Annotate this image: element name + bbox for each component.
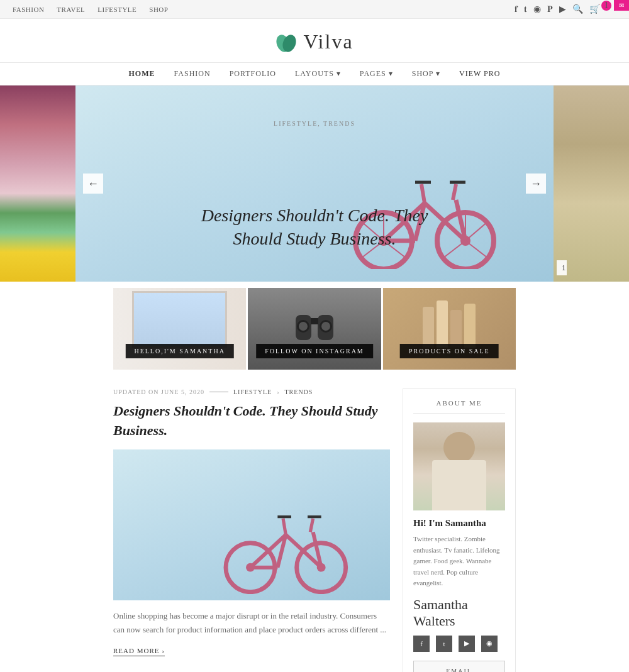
banner-products[interactable]: PRODUCTS ON SALE	[383, 288, 516, 370]
article-excerpt: Online shopping has become a major disru…	[113, 609, 390, 637]
hero-next-arrow[interactable]: →	[526, 174, 546, 194]
svg-line-12	[453, 184, 456, 200]
main-nav: HOME FASHION PORTFOLIO LAYOUTS ▾ PAGES ▾…	[0, 62, 629, 85]
about-social-icons: f t ▶ ◉	[413, 636, 505, 652]
about-box: ABOUT ME Hi! I'm Samantha Twitter specia…	[403, 388, 516, 672]
hero-left-thumbnail	[0, 85, 75, 282]
svg-line-22	[465, 222, 487, 241]
article-category-trends[interactable]: TRENDS	[285, 388, 313, 395]
banner-products-label: PRODUCTS ON SALE	[400, 344, 499, 358]
article-featured-image	[113, 449, 390, 600]
banner-instagram[interactable]: FOLLOW ON INSTAGRAM	[248, 288, 381, 370]
search-icon[interactable]: 🔍	[572, 4, 583, 14]
top-bar: FASHION TRAVEL LIFESTYLE SHOP 𝐟 𝐭 ◉ 𝐏 ▶ …	[0, 0, 629, 19]
topnav-fashion[interactable]: FASHION	[13, 6, 44, 13]
topnav-shop[interactable]: SHOP	[149, 6, 168, 13]
banners-section: HELLO,I'M SAMANTHA FOLLOW ON INSTAGRAM	[0, 288, 629, 370]
article-meta: UPDATED ON JUNE 5, 2020 LIFESTYLE › TREN…	[113, 388, 390, 395]
top-icons: 𝐟 𝐭 ◉ 𝐏 ▶ 🔍 🛒1	[515, 4, 616, 14]
cart-icon[interactable]: 🛒	[589, 4, 600, 14]
svg-line-23	[443, 241, 465, 258]
facebook-icon[interactable]: 𝐟	[515, 4, 518, 14]
about-title: ABOUT ME	[413, 399, 505, 414]
hero-right-thumbnail: 1	[554, 85, 629, 282]
social-twitter[interactable]: t	[436, 636, 452, 652]
about-photo	[413, 422, 505, 510]
pinterest-icon[interactable]: 𝐏	[547, 4, 553, 14]
topnav-lifestyle[interactable]: LIFESTYLE	[97, 6, 136, 13]
hero-prev-arrow[interactable]: ←	[83, 174, 103, 194]
email-corner-badge: ✉	[614, 0, 629, 11]
nav-home[interactable]: HOME	[129, 69, 155, 79]
article-date: UPDATED ON JUNE 5, 2020	[113, 388, 204, 395]
nav-shop[interactable]: SHOP ▾	[412, 69, 440, 79]
banner-hello-label: HELLO,I'M SAMANTHA	[125, 344, 233, 358]
svg-line-24	[465, 241, 487, 258]
hero-slider: LIFESTYLE, TRENDS Designers Shouldn't Co…	[0, 85, 629, 282]
banner-instagram-label: FOLLOW ON INSTAGRAM	[256, 344, 373, 358]
newsletter-button[interactable]: EMAIL NEWSLETTER	[413, 661, 505, 672]
cart-count: 1	[601, 1, 611, 11]
slide-number: 1	[557, 260, 567, 275]
sidebar: ABOUT ME Hi! I'm Samantha Twitter specia…	[403, 388, 516, 672]
nav-pages[interactable]: PAGES ▾	[360, 69, 393, 79]
social-instagram[interactable]: ◉	[481, 636, 498, 652]
article-title: Designers Shouldn't Code. They Should St…	[113, 402, 390, 441]
nav-layouts[interactable]: LAYOUTS ▾	[295, 69, 341, 79]
hero-main-image: LIFESTYLE, TRENDS Designers Shouldn't Co…	[75, 85, 554, 282]
top-nav: FASHION TRAVEL LIFESTYLE SHOP	[13, 6, 168, 13]
read-more-link[interactable]: READ MORE ›	[113, 647, 165, 656]
nav-fashion[interactable]: FASHION	[174, 69, 211, 79]
social-facebook[interactable]: f	[413, 636, 430, 652]
content-area: UPDATED ON JUNE 5, 2020 LIFESTYLE › TREN…	[0, 376, 629, 672]
svg-line-33	[283, 518, 286, 534]
about-bio: Twitter specialist. Zombie enthusiast. T…	[413, 534, 505, 589]
about-signature: Samantha Walters	[413, 597, 505, 629]
instagram-icon[interactable]: ◉	[533, 4, 541, 14]
article-bike-illustration	[201, 481, 365, 594]
logo-text: Vilva	[303, 30, 353, 53]
svg-line-35	[310, 518, 313, 532]
meta-divider	[209, 392, 228, 392]
nav-view-pro[interactable]: VIEW PRO	[459, 69, 500, 79]
main-content: UPDATED ON JUNE 5, 2020 LIFESTYLE › TREN…	[113, 388, 390, 672]
article-category-lifestyle[interactable]: LIFESTYLE	[233, 388, 272, 395]
hero-categories: LIFESTYLE, TRENDS	[274, 120, 355, 127]
about-name: Hi! I'm Samantha	[413, 518, 505, 529]
logo-leaf-icon	[276, 31, 298, 53]
svg-line-10	[421, 184, 425, 203]
banner-hello[interactable]: HELLO,I'M SAMANTHA	[113, 288, 246, 370]
topnav-travel[interactable]: TRAVEL	[57, 6, 85, 13]
hero-title: Designers Shouldn't Code. They Should St…	[182, 204, 447, 250]
twitter-icon[interactable]: 𝐭	[524, 4, 527, 14]
youtube-icon[interactable]: ▶	[559, 4, 566, 14]
nav-portfolio[interactable]: PORTFOLIO	[230, 69, 276, 79]
social-youtube[interactable]: ▶	[459, 636, 475, 652]
logo-area: Vilva	[0, 19, 629, 62]
meta-separator: ›	[277, 388, 279, 395]
site-logo[interactable]: Vilva	[0, 30, 629, 53]
